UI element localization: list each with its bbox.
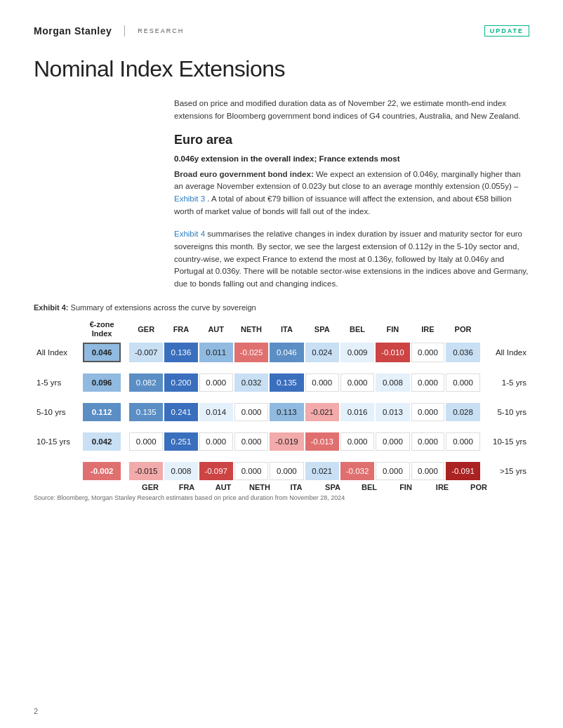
data-cell: 0.000 — [411, 343, 445, 362]
data-cell: 0.028 — [446, 403, 479, 421]
exhibit3-link[interactable]: Exhibit 3 — [174, 194, 205, 203]
sub-heading: 0.046y extension in the overall index; F… — [174, 154, 529, 163]
data-cell: -0.007 — [129, 343, 163, 362]
data-cell: -0.015 — [129, 462, 163, 480]
table-row: 10-15 yrs0.0420.0000.2510.0000.000-0.019… — [35, 432, 528, 451]
data-cell: 0.009 — [340, 343, 374, 362]
bot-ger: GER — [132, 483, 168, 491]
bot-neth: NETH — [241, 483, 278, 491]
bot-ire: IRE — [424, 483, 461, 491]
data-cell: 0.000 — [305, 373, 339, 392]
th-spacer — [122, 317, 128, 341]
header-divider — [124, 25, 125, 37]
row-label-left: 10-15 yrs — [35, 432, 81, 451]
data-cell: 0.135 — [270, 373, 303, 392]
euro-zone-value: 0.096 — [83, 373, 121, 392]
data-cell: 0.000 — [376, 462, 409, 480]
row-label-left: All Index — [35, 343, 81, 362]
source-note: Source: Bloomberg, Morgan Stanley Resear… — [34, 494, 529, 501]
euro-zone-value: 0.046 — [83, 343, 121, 362]
th-ita: ITA — [270, 317, 303, 341]
research-label: RESEARCH — [138, 27, 184, 34]
bot-bel: BEL — [351, 483, 388, 491]
th-ger: GER — [129, 317, 163, 341]
data-cell: 0.000 — [446, 432, 479, 451]
data-cell: -0.013 — [305, 432, 339, 451]
row-label-right: 5-10 yrs — [482, 403, 528, 421]
data-cell: 0.000 — [199, 432, 233, 451]
bot-ita: ITA — [278, 483, 314, 491]
para1: Broad euro government bond index: We exp… — [174, 168, 529, 218]
data-cell: 0.036 — [446, 343, 479, 362]
exhibit-caption-text: Summary of extensions across the curve b… — [71, 303, 256, 312]
euro-zone-value: -0.002 — [83, 462, 121, 480]
table-row: 5-10 yrs0.1120.1350.2410.0140.0000.113-0… — [35, 403, 528, 421]
data-cell: 0.000 — [411, 373, 445, 392]
data-cell: 0.000 — [270, 462, 303, 480]
data-cell: 0.000 — [234, 403, 268, 421]
data-cell: -0.032 — [340, 462, 374, 480]
data-cell: 0.000 — [340, 432, 374, 451]
bot-por: POR — [461, 483, 497, 491]
data-cell: 0.136 — [164, 343, 197, 362]
data-cell: 0.000 — [340, 373, 374, 392]
table-row: >15 yrs-0.002-0.0150.008-0.0970.0000.000… — [35, 462, 528, 480]
data-table: €-zone Index GER FRA AUT NETH ITA SPA BE… — [34, 316, 529, 482]
para1-label: Broad euro government bond index: — [174, 170, 314, 178]
bot-aut: AUT — [205, 483, 241, 491]
data-cell: -0.091 — [446, 462, 479, 480]
header-row: €-zone Index GER FRA AUT NETH ITA SPA BE… — [35, 317, 528, 341]
exhibit4-link[interactable]: Exhibit 4 — [174, 230, 205, 238]
data-cell: 0.000 — [199, 373, 233, 392]
page-title: Nominal Index Extensions — [34, 56, 529, 82]
data-cell: 0.241 — [164, 403, 197, 421]
data-cell: 0.000 — [234, 432, 268, 451]
section-heading: Euro area — [174, 133, 529, 147]
row-label-right: 1-5 yrs — [482, 373, 528, 392]
data-cell: 0.016 — [340, 403, 374, 421]
data-cell: -0.019 — [270, 432, 303, 451]
exhibit-block: Exhibit 4: Summary of extensions across … — [34, 303, 529, 501]
th-fin: FIN — [376, 317, 409, 341]
data-cell: 0.014 — [199, 403, 233, 421]
exhibit-caption: Exhibit 4: Summary of extensions across … — [34, 303, 529, 312]
data-cell: 0.200 — [164, 373, 197, 392]
para2-body: summarises the relative changes in index… — [174, 230, 528, 288]
data-cell: 0.000 — [376, 432, 409, 451]
para2: Exhibit 4 summarises the relative change… — [174, 228, 529, 291]
data-cell: 0.135 — [129, 403, 163, 421]
row-label-right: 10-15 yrs — [482, 432, 528, 451]
data-cell: 0.000 — [234, 462, 268, 480]
data-cell: 0.008 — [376, 373, 409, 392]
header-left: Morgan Stanley RESEARCH — [34, 25, 184, 37]
data-cell: 0.046 — [270, 343, 303, 362]
table-row: All Index0.046-0.0070.1360.011-0.0250.04… — [35, 343, 528, 362]
bottom-col-headers: GER FRA AUT NETH ITA SPA BEL FIN IRE POR — [34, 483, 529, 491]
bot-fra: FRA — [168, 483, 205, 491]
data-table-wrapper: €-zone Index GER FRA AUT NETH ITA SPA BE… — [34, 316, 529, 482]
data-cell: -0.025 — [234, 343, 268, 362]
th-empty2 — [482, 317, 528, 341]
th-aut: AUT — [199, 317, 233, 341]
th-empty1 — [35, 317, 81, 341]
data-cell: 0.000 — [446, 373, 479, 392]
data-cell: 0.000 — [411, 432, 445, 451]
th-euro-zone: €-zone Index — [83, 317, 121, 341]
th-fra: FRA — [164, 317, 197, 341]
data-cell: 0.113 — [270, 403, 303, 421]
bot-fin: FIN — [388, 483, 424, 491]
para1-post: . A total of about €79 billion of issuan… — [174, 194, 512, 216]
data-cell: 0.000 — [129, 432, 163, 451]
page-number: 2 — [34, 707, 38, 715]
logo: Morgan Stanley — [34, 25, 112, 37]
data-cell: 0.082 — [129, 373, 163, 392]
data-cell: 0.024 — [305, 343, 339, 362]
data-cell: 0.251 — [164, 432, 197, 451]
data-cell: 0.000 — [411, 403, 445, 421]
row-label-right: All Index — [482, 343, 528, 362]
row-label-right: >15 yrs — [482, 462, 528, 480]
row-label-left: >15 yrs — [35, 462, 81, 480]
row-label-left: 5-10 yrs — [35, 403, 81, 421]
row-label-left: 1-5 yrs — [35, 373, 81, 392]
data-cell: -0.010 — [376, 343, 409, 362]
